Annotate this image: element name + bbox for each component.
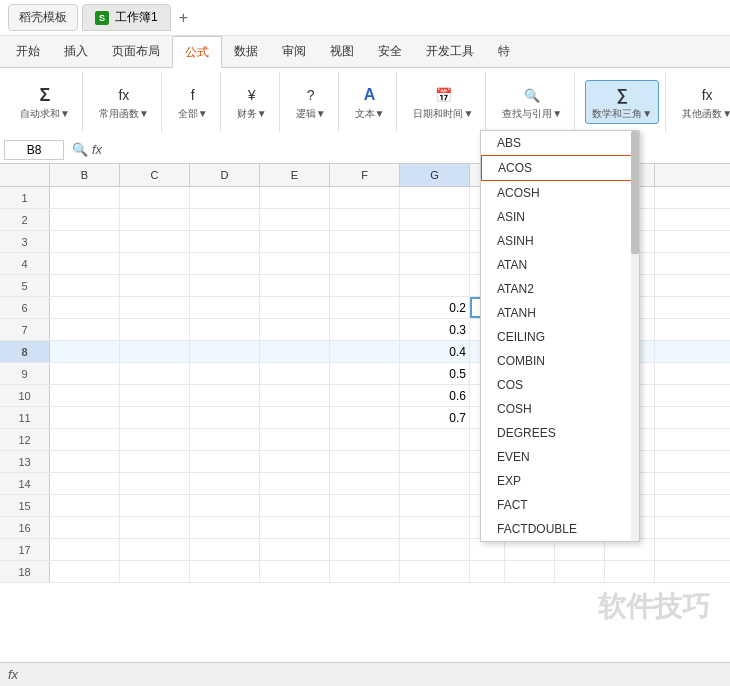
- cell-g8[interactable]: 0.4: [400, 341, 470, 362]
- tab-special[interactable]: 特: [486, 35, 522, 67]
- cell-f1[interactable]: [330, 187, 400, 208]
- app-name-tab[interactable]: 稻壳模板: [8, 4, 78, 31]
- fn-acosh[interactable]: ACOSH: [481, 181, 639, 205]
- cell-g10[interactable]: 0.6: [400, 385, 470, 406]
- datetime-button[interactable]: 📅 日期和时间▼: [407, 81, 479, 123]
- cell-c11[interactable]: [120, 407, 190, 428]
- cell-e1[interactable]: [260, 187, 330, 208]
- all-fn-button[interactable]: f 全部▼: [172, 81, 214, 123]
- cell-c1[interactable]: [120, 187, 190, 208]
- cell-g11[interactable]: 0.7: [400, 407, 470, 428]
- cell-b3[interactable]: [50, 231, 120, 252]
- cell-d9[interactable]: [190, 363, 260, 384]
- col-C[interactable]: C: [120, 164, 190, 186]
- fn-asinh[interactable]: ASINH: [481, 229, 639, 253]
- cell-c8[interactable]: [120, 341, 190, 362]
- cell-f3[interactable]: [330, 231, 400, 252]
- text-button[interactable]: A 文本▼: [349, 81, 391, 123]
- cell-b6[interactable]: [50, 297, 120, 318]
- cell-f2[interactable]: [330, 209, 400, 230]
- fn-cosh[interactable]: COSH: [481, 397, 639, 421]
- fn-abs[interactable]: ABS: [481, 131, 639, 155]
- cell-g1[interactable]: [400, 187, 470, 208]
- cell-g3[interactable]: [400, 231, 470, 252]
- cell-e2[interactable]: [260, 209, 330, 230]
- workbook-tab[interactable]: S 工作簿1: [82, 4, 171, 31]
- cell-e8[interactable]: [260, 341, 330, 362]
- cell-e5[interactable]: [260, 275, 330, 296]
- cell-d4[interactable]: [190, 253, 260, 274]
- common-fn-button[interactable]: fx 常用函数▼: [93, 81, 155, 123]
- cell-f9[interactable]: [330, 363, 400, 384]
- cell-c9[interactable]: [120, 363, 190, 384]
- fn-atan2[interactable]: ATAN2: [481, 277, 639, 301]
- fn-cos[interactable]: COS: [481, 373, 639, 397]
- cell-d3[interactable]: [190, 231, 260, 252]
- cell-f11[interactable]: [330, 407, 400, 428]
- cell-d2[interactable]: [190, 209, 260, 230]
- function-dropdown[interactable]: ABS ACOS ACOSH ASIN ASINH ATAN ATAN2 ATA…: [480, 130, 640, 542]
- fn-factdouble[interactable]: FACTDOUBLE: [481, 517, 639, 541]
- col-F[interactable]: F: [330, 164, 400, 186]
- cell-f4[interactable]: [330, 253, 400, 274]
- fn-fact[interactable]: FACT: [481, 493, 639, 517]
- col-D[interactable]: D: [190, 164, 260, 186]
- dropdown-scrollbar[interactable]: [631, 131, 639, 541]
- cell-f6[interactable]: [330, 297, 400, 318]
- tab-review[interactable]: 审阅: [270, 35, 318, 67]
- add-tab-button[interactable]: +: [171, 5, 196, 31]
- cell-c7[interactable]: [120, 319, 190, 340]
- cell-d11[interactable]: [190, 407, 260, 428]
- cell-g2[interactable]: [400, 209, 470, 230]
- tab-view[interactable]: 视图: [318, 35, 366, 67]
- cell-d8[interactable]: [190, 341, 260, 362]
- cell-c5[interactable]: [120, 275, 190, 296]
- tab-formula[interactable]: 公式: [172, 36, 222, 68]
- col-E[interactable]: E: [260, 164, 330, 186]
- cell-b1[interactable]: [50, 187, 120, 208]
- cell-e11[interactable]: [260, 407, 330, 428]
- cell-b2[interactable]: [50, 209, 120, 230]
- fn-ceiling[interactable]: CEILING: [481, 325, 639, 349]
- fn-combin[interactable]: COMBIN: [481, 349, 639, 373]
- tab-layout[interactable]: 页面布局: [100, 35, 172, 67]
- tab-start[interactable]: 开始: [4, 35, 52, 67]
- fn-exp[interactable]: EXP: [481, 469, 639, 493]
- cell-e6[interactable]: [260, 297, 330, 318]
- cell-f5[interactable]: [330, 275, 400, 296]
- logic-button[interactable]: ? 逻辑▼: [290, 81, 332, 123]
- cell-g7[interactable]: 0.3: [400, 319, 470, 340]
- finance-button[interactable]: ¥ 财务▼: [231, 81, 273, 123]
- col-B[interactable]: B: [50, 164, 120, 186]
- cell-b10[interactable]: [50, 385, 120, 406]
- cell-g9[interactable]: 0.5: [400, 363, 470, 384]
- fx-icon[interactable]: fx: [92, 142, 102, 157]
- tab-dev[interactable]: 开发工具: [414, 35, 486, 67]
- cell-d6[interactable]: [190, 297, 260, 318]
- cell-f10[interactable]: [330, 385, 400, 406]
- cell-g4[interactable]: [400, 253, 470, 274]
- fn-degrees[interactable]: DEGREES: [481, 421, 639, 445]
- lookup-button[interactable]: 🔍 查找与引用▼: [496, 81, 568, 123]
- cell-d7[interactable]: [190, 319, 260, 340]
- tab-security[interactable]: 安全: [366, 35, 414, 67]
- tab-data[interactable]: 数据: [222, 35, 270, 67]
- cell-d1[interactable]: [190, 187, 260, 208]
- cell-c2[interactable]: [120, 209, 190, 230]
- cell-d10[interactable]: [190, 385, 260, 406]
- cell-c4[interactable]: [120, 253, 190, 274]
- tab-insert[interactable]: 插入: [52, 35, 100, 67]
- fn-even[interactable]: EVEN: [481, 445, 639, 469]
- other-fn-button[interactable]: fx 其他函数▼: [676, 81, 730, 123]
- cell-c10[interactable]: [120, 385, 190, 406]
- scrollbar-thumb[interactable]: [631, 131, 639, 254]
- cell-b11[interactable]: [50, 407, 120, 428]
- cell-b9[interactable]: [50, 363, 120, 384]
- fn-atan[interactable]: ATAN: [481, 253, 639, 277]
- cell-b7[interactable]: [50, 319, 120, 340]
- fn-acos[interactable]: ACOS: [481, 155, 639, 181]
- cell-g5[interactable]: [400, 275, 470, 296]
- cell-d5[interactable]: [190, 275, 260, 296]
- cell-b8[interactable]: [50, 341, 120, 362]
- fn-asin[interactable]: ASIN: [481, 205, 639, 229]
